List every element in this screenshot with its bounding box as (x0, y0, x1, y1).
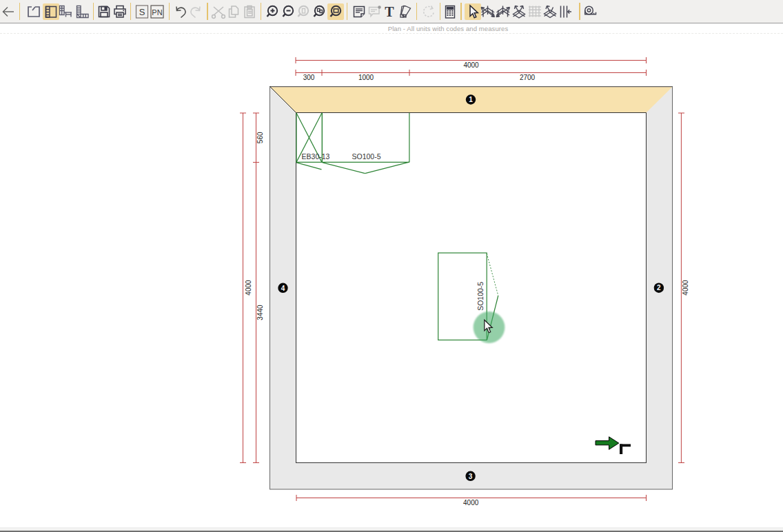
svg-text:4000: 4000 (245, 280, 252, 296)
svg-text:4000: 4000 (682, 280, 689, 296)
svg-text:4000: 4000 (463, 499, 479, 507)
svg-text:1000: 1000 (358, 74, 374, 81)
svg-text:PN: PN (152, 8, 162, 17)
svg-text:560: 560 (256, 132, 264, 143)
svg-text:2700: 2700 (520, 74, 536, 81)
svg-text:3440: 3440 (256, 305, 264, 320)
svg-text:T: T (385, 4, 394, 19)
svg-text:4: 4 (281, 285, 285, 292)
svg-text:1: 1 (469, 96, 473, 103)
svg-text:3: 3 (469, 473, 473, 480)
svg-text:300: 300 (303, 74, 315, 81)
svg-text:4000: 4000 (463, 61, 479, 69)
svg-text:SO100-5: SO100-5 (477, 282, 485, 311)
svg-text:SO100-5: SO100-5 (352, 152, 380, 161)
svg-text:2: 2 (657, 284, 661, 291)
svg-text:S: S (139, 7, 145, 17)
svg-text:EB30-13: EB30-13 (302, 152, 330, 161)
